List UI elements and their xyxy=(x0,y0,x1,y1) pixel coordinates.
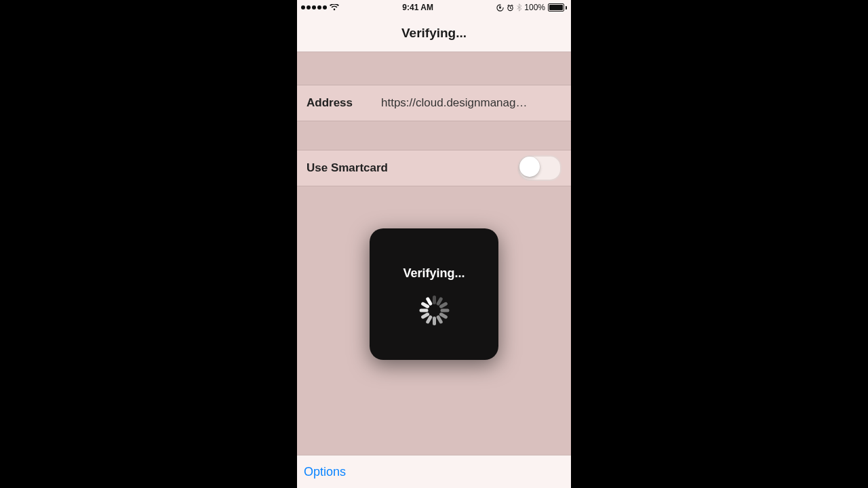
address-row[interactable]: Address https://cloud.designmanag… xyxy=(297,85,571,121)
nav-title: Verifying... xyxy=(401,26,467,41)
address-label: Address xyxy=(307,96,381,110)
options-button[interactable]: Options xyxy=(304,465,346,479)
status-left xyxy=(301,4,339,11)
signal-strength-icon xyxy=(301,5,327,9)
smartcard-label: Use Smartcard xyxy=(307,161,388,175)
toggle-knob xyxy=(519,157,540,177)
status-bar: 9:41 AM 100% xyxy=(297,0,571,15)
orientation-lock-icon xyxy=(496,4,504,12)
battery-icon xyxy=(548,3,567,12)
bottom-toolbar: Options xyxy=(297,455,571,488)
phone-screen: 9:41 AM 100% Verifying... xyxy=(297,0,571,488)
address-input[interactable]: https://cloud.designmanag… xyxy=(381,96,561,110)
smartcard-row: Use Smartcard xyxy=(297,150,571,186)
content-area: Address https://cloud.designmanag… Use S… xyxy=(297,52,571,455)
spinner-icon xyxy=(419,296,449,325)
bluetooth-icon xyxy=(517,3,521,12)
verifying-hud: Verifying... xyxy=(370,228,498,360)
nav-header: Verifying... xyxy=(297,15,571,52)
smartcard-toggle[interactable] xyxy=(518,155,561,181)
battery-percentage: 100% xyxy=(524,3,545,12)
svg-rect-1 xyxy=(499,7,501,8)
smartcard-group: Use Smartcard xyxy=(297,150,571,186)
hud-message: Verifying... xyxy=(403,266,465,281)
alarm-icon xyxy=(507,4,514,12)
status-time: 9:41 AM xyxy=(402,3,433,12)
address-group: Address https://cloud.designmanag… xyxy=(297,85,571,121)
letterbox-stage: 9:41 AM 100% Verifying... xyxy=(0,0,868,488)
wifi-icon xyxy=(330,4,339,11)
status-right: 100% xyxy=(496,3,567,12)
